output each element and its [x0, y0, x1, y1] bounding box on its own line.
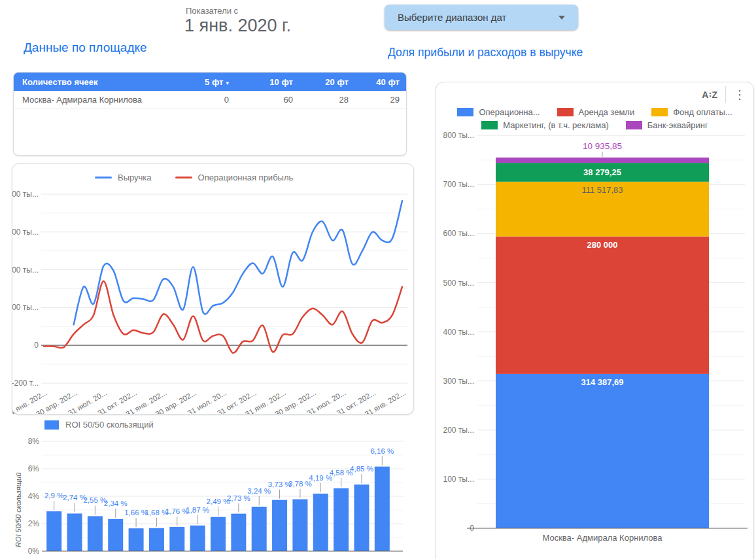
roi-bar [313, 494, 328, 551]
legend-item[interactable]: Операционная прибыль [175, 173, 294, 182]
table-header-cell[interactable]: 20 фт [300, 77, 355, 87]
table-header-cell[interactable]: Количество ячеек [14, 77, 178, 87]
metrics-caption: Показатели с [186, 6, 238, 16]
legend-label: Фонд оплаты... [673, 107, 732, 117]
roi-bar [46, 511, 61, 551]
svg-text:200 ты...: 200 ты... [12, 303, 39, 312]
roi-legend-label: ROI 50/50 скользящий [65, 420, 154, 430]
segment-label: 280 000 [587, 240, 618, 250]
section-title-left: Данные по площадке [24, 41, 147, 55]
roi-legend-swatch [44, 420, 59, 430]
stacked-segment [496, 158, 709, 163]
svg-text:400 ты...: 400 ты... [443, 328, 474, 337]
legend-label: Маркетинг, (в т.ч. реклама) [503, 120, 608, 130]
table-header-cell[interactable]: 40 фт [355, 77, 406, 87]
roi-bar [375, 467, 390, 551]
table-header-row: Количество ячеек5 фт▾10 фт20 фт40 фт [14, 73, 406, 91]
roi-bar [108, 519, 123, 551]
roi-bar [292, 500, 307, 551]
sort-caret-icon: ▾ [226, 80, 229, 86]
revenue-profit-line-chart[interactable]: 800 ты...600 ты...400 ты...200 ты...0-20… [12, 164, 413, 414]
legend-item[interactable]: Фонд оплаты... [651, 107, 732, 117]
table-header-cell[interactable]: 5 фт▾ [178, 77, 235, 87]
svg-text:100 ты...: 100 ты... [443, 475, 474, 484]
stacked-chart-legend: Операционна...Аренда землиФонд оплаты...… [436, 107, 753, 130]
table-cell-value: 0 [178, 95, 235, 105]
roi-bar [231, 514, 246, 551]
chevron-down-icon [558, 16, 565, 20]
toolbar-divider [725, 86, 726, 103]
stacked-chart-card: A ▴▾ Z ⋮ Операционна...Аренда землиФонд … [436, 82, 754, 559]
roi-bar-label: 2,9 % [44, 492, 63, 500]
legend-item[interactable]: Выручка [95, 173, 152, 182]
svg-text:600 ты...: 600 ты... [12, 228, 39, 237]
roi-bar [190, 526, 205, 551]
metrics-date: 1 янв. 2020 г. [184, 16, 291, 36]
table-cell-value: 60 [235, 95, 300, 105]
legend-swatch [481, 121, 498, 129]
stacked-segment [496, 374, 709, 528]
date-range-button-label: Выберите диапазон дат [398, 12, 506, 23]
dashboard: Показатели с 1 янв. 2020 г. Выберите диа… [0, 0, 756, 559]
table-row[interactable]: Москва- Адмирала Корнилова0602829 [14, 91, 406, 109]
roi-legend-item[interactable]: ROI 50/50 скользящий [44, 420, 154, 430]
roi-bar [272, 500, 287, 551]
svg-text:300 ты...: 300 ты... [443, 377, 474, 386]
revenue-profit-chart-card: ВыручкаОперационная прибыль 800 ты...600… [12, 163, 414, 415]
segment-label: 111 517,83 [581, 185, 623, 195]
roi-bar-label: 1,87 % [186, 506, 209, 514]
date-range-button[interactable]: Выберите диапазон дат [385, 5, 578, 30]
roi-bar [129, 528, 144, 551]
roi-bar [252, 507, 267, 551]
more-options-icon[interactable]: ⋮ [734, 89, 746, 101]
table-cell-value: 29 [355, 95, 406, 105]
svg-text:400 ты...: 400 ты... [12, 265, 39, 275]
roi-bar [211, 517, 226, 551]
table-cell-value: 28 [300, 95, 355, 105]
svg-text:800 ты...: 800 ты... [12, 190, 39, 199]
cells-table-card: Количество ячеек5 фт▾10 фт20 фт40 фт Мос… [13, 72, 407, 156]
svg-text:800 ты...: 800 ты... [443, 131, 474, 140]
segment-label: 314 387,69 [581, 377, 623, 387]
svg-text:600 ты...: 600 ты... [443, 229, 474, 238]
sort-letter-z: Z [712, 90, 717, 100]
legend-label: Операционная прибыль [198, 173, 294, 182]
segment-label: 38 279,25 [583, 167, 621, 177]
roi-bar [169, 527, 184, 551]
section-title-right: Доля прибыли и расходов в выручке [388, 46, 583, 59]
svg-text:700 ты...: 700 ты... [443, 180, 474, 189]
legend-item[interactable]: Аренда земли [557, 107, 635, 117]
legend-label: Операционна... [479, 107, 540, 117]
roi-bar-label: 2,73 % [227, 494, 250, 502]
legend-item[interactable]: Маркетинг, (в т.ч. реклама) [481, 120, 608, 130]
svg-text:200 ты...: 200 ты... [443, 426, 474, 435]
legend-item[interactable]: Банк-эквайринг [626, 120, 708, 130]
roi-chart-region: ROI 50/50 скользящий ROI 50/50 скользящи… [13, 416, 416, 559]
chart-toolbar: A ▴▾ Z ⋮ [702, 86, 746, 103]
svg-text:2%: 2% [28, 519, 40, 528]
series-line [74, 201, 402, 324]
table-header-cell[interactable]: 10 фт [235, 77, 300, 87]
roi-bar-label: 4,85 % [350, 465, 373, 473]
roi-bar-label: 3,24 % [247, 487, 271, 495]
legend-label: Аренда земли [579, 107, 635, 117]
legend-line-swatch [175, 177, 192, 178]
legend-item[interactable]: Операционна... [457, 107, 540, 117]
roi-bar-label: 2,34 % [104, 500, 128, 507]
svg-text:0%: 0% [28, 547, 40, 556]
roi-bar-chart[interactable]: 8%6%4%2%0%2,9 %2,74 %2,55 %2,34 %1,66 %1… [13, 416, 416, 559]
roi-bar [354, 484, 369, 551]
roi-bar [149, 528, 164, 551]
roi-bar [88, 516, 103, 551]
sort-arrows-icon: ▴▾ [709, 92, 711, 98]
legend-swatch [651, 108, 668, 116]
legend-label: Банк-эквайринг [647, 120, 708, 130]
roi-bar [334, 488, 349, 551]
x-axis-category-label: Москва- Адмирала Корнилова [542, 533, 662, 543]
roi-bar-label: 6,16 % [370, 447, 394, 455]
sort-letter-a: A [702, 90, 708, 100]
stacked-bar-chart[interactable]: 800 ты...700 ты...600 ты...500 ты...400 … [436, 82, 753, 559]
legend-swatch [626, 121, 642, 129]
svg-text:-200 т...: -200 т... [12, 379, 39, 388]
sort-az-icon[interactable]: A ▴▾ Z [702, 90, 717, 100]
